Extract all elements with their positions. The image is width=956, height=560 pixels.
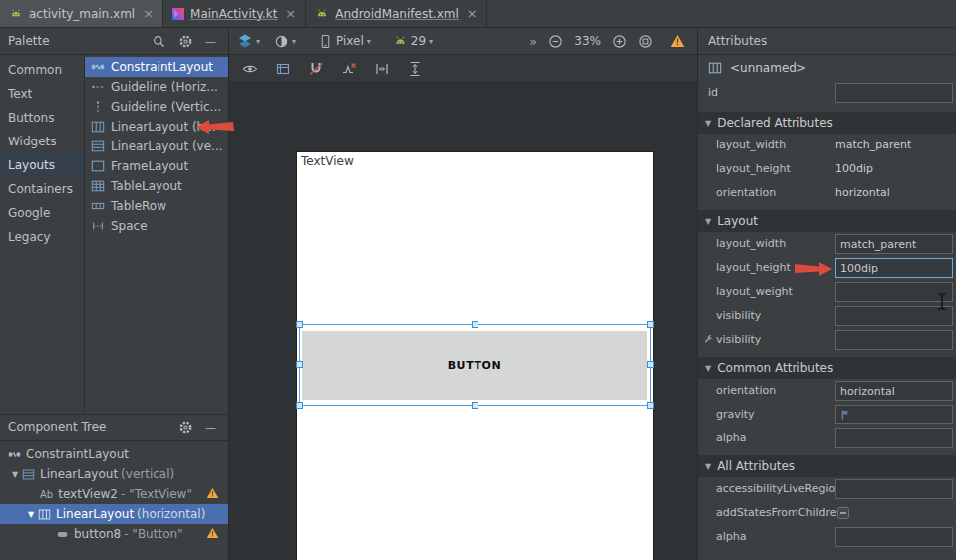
resize-handle[interactable] [296,402,303,409]
pack-horizontal-icon[interactable] [374,61,390,77]
resize-handle[interactable] [472,402,478,409]
warnings-icon[interactable] [670,34,685,48]
alpha-field[interactable] [835,428,953,448]
section-title: Common Attributes [717,361,833,375]
warning-icon[interactable] [206,527,219,539]
section-layout[interactable]: ▼ Layout [698,210,956,232]
palette-item-linearlayout-vertical[interactable]: LinearLayout (ve... [85,137,228,156]
palette-item-tablelayout[interactable]: TableLayout [85,176,228,196]
tree-item-suffix: - "Button" [124,527,182,541]
tree-item-textview2[interactable]: Ab textView2 - "TextView" [0,484,228,504]
tree-item-constraintlayout[interactable]: ConstraintLayout [0,444,228,464]
palette-category-widgets[interactable]: Widgets [0,130,84,153]
textview-widget[interactable]: TextView [301,154,354,168]
close-icon[interactable]: × [285,7,296,20]
zoom-in-icon[interactable] [612,34,627,49]
chevron-down-icon: ▾ [256,37,260,46]
layout-width-field[interactable]: match_parent [835,234,953,254]
tab-androidmanifest-xml[interactable]: AndroidManifest.xml × [306,0,486,27]
section-declared-attributes[interactable]: ▼ Declared Attributes [698,112,956,134]
collapse-arrow-icon[interactable]: ▼ [8,470,22,479]
checkbox-indeterminate-icon[interactable] [837,507,849,519]
attr-label: addStatesFromChildren [716,506,844,519]
close-icon[interactable]: × [143,7,154,20]
section-common-attributes[interactable]: ▼ Common Attributes [698,357,956,379]
palette-category-layouts[interactable]: Layouts [0,153,84,177]
category-label: Common [8,63,62,77]
toolbar-overflow-icon[interactable]: » [529,34,537,49]
attr-value[interactable]: 100dip [835,162,873,175]
flag-icon[interactable] [840,409,851,420]
palette-category-text[interactable]: Text [0,82,84,106]
layout-height-field[interactable]: 100dip [835,258,953,278]
gear-icon[interactable] [178,34,193,49]
resize-handle[interactable] [472,321,478,328]
accessibilityliveregion-field[interactable] [835,479,953,499]
resize-handle[interactable] [647,402,654,409]
attr-row-accessibilityliveregion: accessibilityLiveRegion [698,477,956,501]
palette-item-guideline-vertical[interactable]: Guideline (Vertic... [85,97,228,117]
palette-item-guideline-horizontal[interactable]: Guideline (Horiz... [85,77,228,97]
palette-item-tablerow[interactable]: TableRow [85,196,228,216]
resize-handle[interactable] [647,361,654,368]
editor-tabbar: activity_main.xml × MainActivity.kt × An… [0,0,956,28]
section-all-attributes[interactable]: ▼ All Attributes [698,455,956,477]
attr-label: layout_height [716,162,791,175]
design-canvas[interactable]: TextView BUTTON [229,83,697,560]
palette-category-common[interactable]: Common [0,58,84,82]
phone-icon [318,34,333,49]
expand-vertical-icon[interactable] [407,61,423,77]
design-surface-selector[interactable]: ▾ [237,33,260,49]
resize-handle[interactable] [296,361,303,368]
layout-weight-field[interactable] [835,282,953,302]
palette-item-space[interactable]: Space [85,216,228,236]
device-screen[interactable]: TextView BUTTON [297,152,653,560]
tools-visibility-field[interactable] [835,330,953,350]
orientation-selector[interactable]: ▾ [274,34,296,49]
tree-item-button8[interactable]: button8 - "Button" [0,524,228,544]
api-selector[interactable]: 29 ▾ [393,34,433,49]
attr-row-alpha: alpha [698,426,956,450]
palette-category-containers[interactable]: Containers [0,177,84,201]
hide-panel-icon[interactable]: — [205,36,216,47]
autoconnect-off-magnet-icon[interactable] [308,61,324,77]
alpha-all-field[interactable] [835,527,953,547]
blueprint-icon[interactable] [275,61,291,77]
resize-handle[interactable] [296,321,303,328]
attributes-header: Attributes [698,28,956,55]
gravity-field[interactable] [835,405,953,424]
zoom-out-icon[interactable] [548,34,563,49]
visibility-field[interactable] [835,306,953,326]
palette-category-google[interactable]: Google [0,201,84,225]
tree-item-label: ConstraintLayout [26,447,129,461]
collapse-arrow-icon[interactable]: ▼ [24,510,38,519]
attr-value[interactable]: match_parent [835,139,911,151]
id-field[interactable] [835,83,953,103]
attr-label: visibility [716,309,761,322]
orientation-field[interactable]: horizontal [835,381,953,401]
tab-activity-main-xml[interactable]: activity_main.xml × [0,0,163,27]
gear-icon[interactable] [178,420,193,435]
selected-linearlayout-bounds[interactable]: BUTTON [299,324,651,406]
device-selector[interactable]: Pixel ▾ [318,34,371,49]
attr-value[interactable]: horizontal [835,186,890,199]
search-icon[interactable] [152,34,166,49]
android-file-icon [9,7,23,21]
close-icon[interactable]: × [467,7,478,20]
palette-item-constraintlayout[interactable]: ConstraintLayout [85,57,228,77]
tab-mainactivity-kt[interactable]: MainActivity.kt × [163,0,306,27]
hide-panel-icon[interactable]: — [205,422,216,433]
button-widget[interactable]: BUTTON [302,331,647,400]
tree-item-linearlayout-horizontal[interactable]: ▼ LinearLayout (horizontal) [0,504,228,524]
resize-handle[interactable] [647,321,654,328]
view-options-eye-icon[interactable] [242,61,258,77]
palette-category-buttons[interactable]: Buttons [0,106,84,130]
clear-constraints-icon[interactable] [341,61,357,77]
palette-category-legacy[interactable]: Legacy [0,225,84,249]
palette-item-linearlayout-horizontal[interactable]: LinearLayout (h... [85,117,228,137]
zoom-to-fit-icon[interactable] [638,34,653,49]
tree-item-linearlayout-vertical[interactable]: ▼ LinearLayout (vertical) [0,464,228,484]
kotlin-file-icon [172,8,184,20]
warning-icon[interactable] [206,487,219,499]
palette-item-framelayout[interactable]: FrameLayout [85,156,228,176]
